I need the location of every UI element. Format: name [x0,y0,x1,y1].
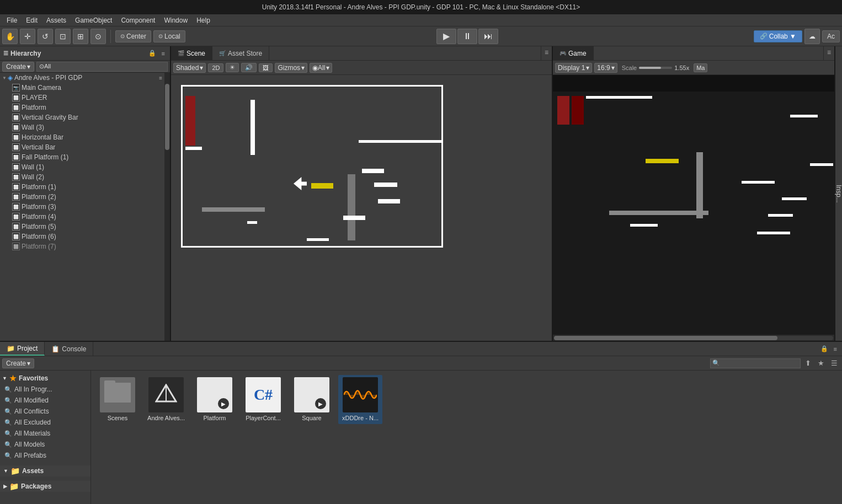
hierarchy-item-wall1[interactable]: ⬜ Wall (1) [0,162,164,172]
hierarchy-item-fallplatform[interactable]: ⬜ Fall Platform (1) [0,152,164,162]
game-max-btn[interactable]: Ma [694,63,707,72]
project-lock-btn[interactable]: 🔒 [819,345,830,353]
game-platform-rightlower [782,197,807,200]
asset-square[interactable]: ▶ Square [290,375,334,424]
gizmos-dropdown[interactable]: Gizmos ▾ [275,63,307,73]
hierarchy-item-hbar[interactable]: ⬜ Horizontal Bar [0,132,164,142]
display-dropdown[interactable]: Display 1 ▾ [555,63,592,73]
menu-edit[interactable]: Edit [22,15,42,25]
scale-label: Scale [622,65,637,71]
tab-asset-store[interactable]: 🛒 Asset Store [212,46,269,60]
hierarchy-item-scene[interactable]: ▼ ◈ Andre Alves - PPI GDP ≡ [0,73,164,83]
tool-rotate[interactable]: ↺ [38,29,53,44]
tab-console[interactable]: 📋 Console [45,342,93,356]
hierarchy-item-platform1[interactable]: ⬜ Platform (1) [0,182,164,192]
cloud-button[interactable]: ☁ [804,29,820,44]
packages-section-header[interactable]: ▶ 📁 Packages [0,481,90,492]
asset-platform-label: Platform [204,415,226,422]
hierarchy-item-vbar[interactable]: ⬜ Vertical Bar [0,142,164,152]
hierarchy-toolbar: Create ▾ [0,61,170,73]
fav-all-excluded[interactable]: 🔍 All Excluded [0,417,90,428]
tool-scale[interactable]: ⊡ [55,29,71,44]
menu-window[interactable]: Window [159,15,192,25]
project-create-btn[interactable]: Create ▾ [2,358,34,368]
menu-assets[interactable]: Assets [42,15,71,25]
local-button[interactable]: ⊙ Local [153,30,185,42]
hierarchy-icon: ☰ [3,50,8,56]
fav-all-modified[interactable]: 🔍 All Modified [0,395,90,406]
tool-hand[interactable]: ✋ [2,29,18,44]
hierarchy-scrollbar[interactable] [164,73,170,341]
game-canvas [553,75,834,334]
inspector-tab[interactable]: Insp... [834,46,842,341]
packages-folder-icon: 📁 [9,482,19,491]
tool-transform[interactable]: ⊙ [90,29,106,44]
tool-move[interactable]: ✛ [20,29,35,44]
menu-gameobject[interactable]: GameObject [71,15,116,25]
project-action-btn1[interactable]: ⬆ [803,358,813,368]
play-button[interactable]: ▶ [436,29,456,44]
scene-tabs: 🎬 Scene 🛒 Asset Store ≡ [171,46,552,61]
hierarchy-item-wall2[interactable]: ⬜ Wall (2) [0,172,164,182]
game-tab-menu[interactable]: ≡ [823,46,834,60]
pause-button[interactable]: ⏸ [457,29,477,44]
hierarchy-item-vgravity[interactable]: ⬜ Vertical Gravity Bar [0,112,164,122]
hierarchy-item-main-camera[interactable]: 📷 Main Camera [0,83,164,93]
menu-component[interactable]: Component [116,15,159,25]
asset-audio[interactable]: xDDDre - N... [338,375,382,424]
mode-2d-btn[interactable]: 2D [208,63,223,72]
scene-light-btn[interactable]: ☀ [226,63,239,72]
hierarchy-item-wall3[interactable]: ⬜ Wall (3) [0,122,164,132]
shade-dropdown[interactable]: Shaded ▾ [173,63,206,73]
hierarchy-item-player[interactable]: ⬜ PLAYER [0,93,164,103]
fav-all-materials[interactable]: 🔍 All Materials [0,428,90,439]
hierarchy-list: ▼ ◈ Andre Alves - PPI GDP ≡ 📷 Main Camer… [0,73,164,341]
hierarchy-item-platform2[interactable]: ⬜ Platform (2) [0,192,164,202]
hierarchy-search[interactable] [36,62,168,72]
menu-file[interactable]: File [2,15,22,25]
fav-all-conflicts[interactable]: 🔍 All Conflicts [0,406,90,417]
scene-canvas [171,75,552,341]
game-scrollbar[interactable] [553,334,834,341]
project-action-btn2[interactable]: ★ [816,358,827,368]
tool-rect[interactable]: ⊞ [73,29,88,44]
asset-scenes[interactable]: Scenes [95,375,140,424]
menu-help[interactable]: Help [192,15,215,25]
scene-gray-vbar [348,174,355,240]
aspect-dropdown[interactable]: 16:9 ▾ [594,63,617,73]
hierarchy-create-btn[interactable]: Create ▾ [2,62,34,72]
scale-slider[interactable] [639,67,672,69]
asset-platform[interactable]: ▶ Platform [193,375,237,424]
tab-scene[interactable]: 🎬 Scene [171,46,212,60]
hierarchy-lock[interactable]: 🔒 [147,49,158,57]
fav-all-in-prog[interactable]: 🔍 All In Progr... [0,384,90,395]
hierarchy-item-platform4[interactable]: ⬜ Platform (4) [0,212,164,222]
step-button[interactable]: ⏭ [478,29,498,44]
favorites-header[interactable]: ▼ ★ Favorites [0,373,90,384]
hierarchy-item-platform5[interactable]: ⬜ Platform (5) [0,222,164,232]
hierarchy-item-platform7[interactable]: ⬜ Platform (7) [0,242,164,251]
tab-game[interactable]: 🎮 Game [553,46,594,60]
tab-project[interactable]: 📁 Project [0,342,45,356]
scene-fx-btn[interactable]: 🖼 [259,63,273,72]
fav-all-models[interactable]: 🔍 All Models [0,439,90,450]
asset-unity[interactable]: Andre Alves... [144,375,188,424]
hierarchy-menu[interactable]: ≡ [160,49,167,57]
asset-playercontroller[interactable]: C# PlayerCont... [241,375,285,424]
hierarchy-item-platform6[interactable]: ⬜ Platform (6) [0,232,164,242]
project-search-input[interactable] [710,358,801,368]
assets-section-header[interactable]: ▼ 📁 Assets [0,465,90,476]
account-button[interactable]: Ac [822,30,840,42]
project-action-btn3[interactable]: ☰ [829,358,840,368]
asset-scenes-label: Scenes [108,415,128,422]
center-button[interactable]: ⊙ Center [115,30,151,42]
hierarchy-item-platform3[interactable]: ⬜ Platform (3) [0,202,164,212]
fav-all-prefabs[interactable]: 🔍 All Prefabs [0,450,90,461]
scene-audio-btn[interactable]: 🔊 [241,63,257,72]
scene-all-dropdown[interactable]: ◉All ▾ [310,63,332,73]
collab-button[interactable]: 🔗 Collab ▼ [754,30,802,42]
project-menu-btn[interactable]: ≡ [832,345,839,353]
hierarchy-item-platform[interactable]: ⬜ Platform [0,103,164,112]
scene-tab-menu[interactable]: ≡ [541,46,552,60]
hierarchy-tab[interactable]: ☰ Hierarchy [3,50,41,57]
